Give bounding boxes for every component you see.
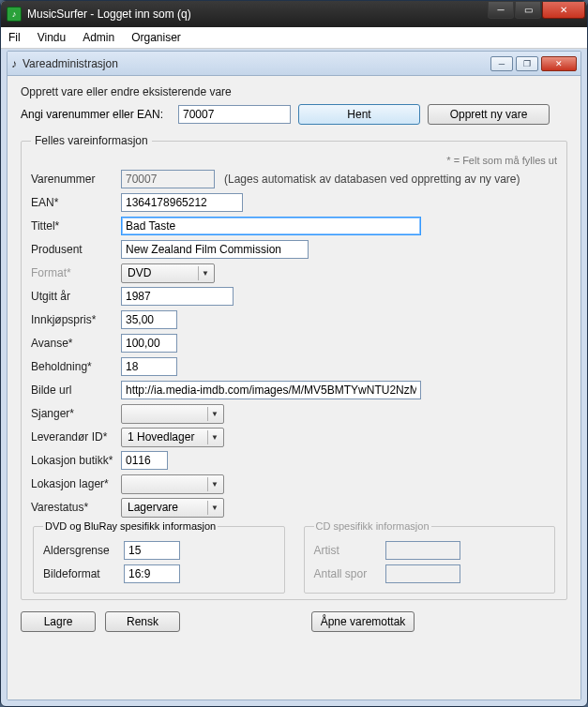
beholdning-field[interactable] bbox=[121, 357, 177, 376]
lokbutikk-field[interactable] bbox=[121, 451, 168, 470]
content-area: Opprett vare eller endre eksisterende va… bbox=[8, 76, 580, 699]
main-window: ♪ MusicSurfer - Logget inn som (q) ─ ▭ ✕… bbox=[0, 0, 588, 707]
leverandor-select[interactable]: 1 Hovedlager ▼ bbox=[121, 428, 224, 447]
maximize-button[interactable]: ▭ bbox=[515, 2, 541, 19]
bildeformat-field[interactable] bbox=[124, 564, 180, 583]
menu-fil[interactable]: Fil bbox=[8, 31, 21, 44]
innkjop-field[interactable] bbox=[121, 310, 177, 329]
intro-text: Opprett vare eller endre eksisterende va… bbox=[21, 85, 567, 98]
inner-window-title: Vareadministrasjon bbox=[23, 57, 118, 70]
utgitt-field[interactable] bbox=[121, 287, 234, 306]
format-select[interactable]: DVD ▼ bbox=[121, 263, 215, 283]
varestatus-label: Varestatus* bbox=[31, 501, 115, 514]
bildeurl-field[interactable] bbox=[121, 381, 421, 399]
varestatus-select[interactable]: Lagervare ▼ bbox=[121, 498, 224, 518]
apne-varemottak-button[interactable]: Åpne varemottak bbox=[311, 611, 415, 632]
cd-legend: CD spesifikk informasjon bbox=[314, 520, 431, 532]
opprett-ny-vare-button[interactable]: Opprett ny vare bbox=[428, 104, 550, 125]
close-button[interactable]: ✕ bbox=[542, 2, 585, 19]
hent-button[interactable]: Hent bbox=[298, 104, 420, 125]
innkjop-label: Innkjøpspris* bbox=[31, 313, 115, 326]
inner-app-icon: ♪ bbox=[11, 57, 17, 70]
beholdning-label: Beholdning* bbox=[31, 360, 115, 373]
search-row: Angi varenummer eller EAN: Hent Opprett … bbox=[21, 104, 567, 125]
inner-close-button[interactable]: ✕ bbox=[541, 56, 577, 71]
artist-field bbox=[385, 541, 460, 560]
artist-label: Artist bbox=[314, 544, 380, 557]
format-value: DVD bbox=[128, 266, 151, 279]
leverandor-label: Leverandør ID* bbox=[31, 430, 115, 444]
tittel-field[interactable] bbox=[121, 217, 421, 235]
bildeformat-label: Bildeformat bbox=[43, 567, 118, 580]
aldersgrense-field[interactable] bbox=[124, 541, 180, 560]
tittel-label: Tittel* bbox=[31, 219, 115, 233]
antallspor-field bbox=[385, 564, 460, 583]
chevron-down-icon: ▼ bbox=[207, 430, 221, 444]
inner-minimize-button[interactable]: ─ bbox=[490, 56, 513, 71]
app-icon: ♪ bbox=[7, 7, 22, 22]
rensk-button[interactable]: Rensk bbox=[105, 611, 180, 632]
chevron-down-icon: ▼ bbox=[198, 266, 212, 280]
subgroups: DVD og BluRay spesifikk informasjon Alde… bbox=[31, 520, 557, 594]
felles-vareinfo-legend: Felles vareinformasjon bbox=[31, 134, 152, 147]
cd-group: CD spesifikk informasjon Artist Antall s… bbox=[304, 520, 556, 594]
ean-label: EAN* bbox=[31, 196, 115, 209]
inner-titlebar[interactable]: ♪ Vareadministrasjon ─ ❐ ✕ bbox=[8, 52, 580, 76]
utgitt-label: Utgitt år bbox=[31, 290, 115, 303]
avanse-field[interactable] bbox=[121, 334, 177, 353]
dvd-group: DVD og BluRay spesifikk informasjon Alde… bbox=[33, 520, 285, 594]
mdi-client: ♪ Vareadministrasjon ─ ❐ ✕ Opprett vare … bbox=[7, 51, 581, 700]
minimize-icon: ─ bbox=[499, 59, 505, 68]
produsent-field[interactable] bbox=[121, 240, 309, 259]
close-icon: ✕ bbox=[560, 5, 567, 15]
minimize-icon: ─ bbox=[497, 5, 504, 15]
restore-icon: ❐ bbox=[523, 59, 531, 68]
chevron-down-icon: ▼ bbox=[207, 477, 221, 491]
produsent-label: Produsent bbox=[31, 243, 115, 256]
menubar: Fil Vindu Admin Organiser bbox=[1, 27, 587, 49]
inner-restore-button[interactable]: ❐ bbox=[516, 56, 538, 71]
lagre-button[interactable]: Lagre bbox=[21, 611, 96, 632]
ean-field[interactable] bbox=[121, 193, 243, 212]
chevron-down-icon: ▼ bbox=[207, 501, 221, 515]
bottom-buttons: Lagre Rensk Åpne varemottak bbox=[21, 611, 567, 632]
menu-vindu[interactable]: Vindu bbox=[38, 31, 66, 44]
varenummer-field bbox=[121, 170, 215, 188]
maximize-icon: ▭ bbox=[524, 5, 533, 15]
search-input[interactable] bbox=[178, 105, 291, 124]
chevron-down-icon: ▼ bbox=[207, 407, 221, 421]
sjanger-label: Sjanger* bbox=[31, 407, 115, 420]
format-label: Format* bbox=[31, 266, 115, 279]
minimize-button[interactable]: ─ bbox=[488, 2, 514, 19]
sjanger-select[interactable]: ▼ bbox=[121, 404, 224, 424]
window-controls: ─ ▭ ✕ bbox=[487, 2, 585, 21]
menu-organiser[interactable]: Organiser bbox=[131, 31, 181, 44]
menu-admin[interactable]: Admin bbox=[83, 31, 114, 44]
close-icon: ✕ bbox=[555, 59, 563, 68]
lokbutikk-label: Lokasjon butikk* bbox=[31, 454, 115, 467]
varestatus-value: Lagervare bbox=[128, 501, 178, 514]
window-title: MusicSurfer - Logget inn som (q) bbox=[27, 8, 487, 21]
antallspor-label: Antall spor bbox=[314, 567, 380, 580]
varenummer-hint: (Lages automatisk av databasen ved oppre… bbox=[224, 173, 520, 186]
aldersgrense-label: Aldersgrense bbox=[43, 544, 118, 557]
dvd-legend: DVD og BluRay spesifikk informasjon bbox=[43, 520, 218, 532]
avanse-label: Avanse* bbox=[31, 337, 115, 350]
bildeurl-label: Bilde url bbox=[31, 384, 115, 397]
required-hint: * = Felt som må fylles ut bbox=[31, 155, 557, 166]
titlebar[interactable]: ♪ MusicSurfer - Logget inn som (q) ─ ▭ ✕ bbox=[1, 1, 587, 27]
leverandor-value: 1 Hovedlager bbox=[128, 430, 194, 444]
search-label: Angi varenummer eller EAN: bbox=[21, 108, 171, 121]
loklager-select[interactable]: ▼ bbox=[121, 474, 224, 494]
felles-vareinfo-group: Felles vareinformasjon * = Felt som må f… bbox=[21, 134, 567, 600]
loklager-label: Lokasjon lager* bbox=[31, 477, 115, 490]
varenummer-label: Varenummer bbox=[31, 173, 115, 186]
